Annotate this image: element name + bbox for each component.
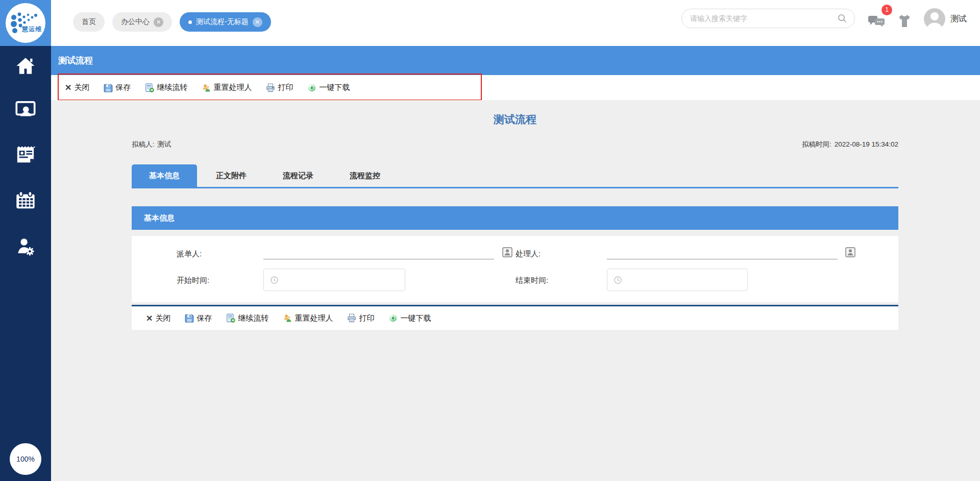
tab-flow-records[interactable]: 流程记录 [265, 164, 331, 187]
tab-basic-info[interactable]: 基本信息 [132, 164, 197, 187]
search-icon[interactable] [837, 13, 847, 23]
print-button[interactable]: 打印 [347, 314, 374, 323]
clock-icon [614, 276, 622, 284]
tab-flow-monitor[interactable]: 流程监控 [332, 164, 398, 187]
tab-attachments[interactable]: 正文附件 [199, 164, 264, 187]
save-button[interactable]: 保存 [104, 83, 131, 92]
download-icon [307, 83, 316, 92]
app-logo[interactable]: 慧运维 [0, 0, 51, 46]
close-icon[interactable]: ✕ [253, 17, 262, 27]
close-x-icon: ✕ [65, 83, 71, 92]
brand-name: 慧运维 [22, 25, 42, 34]
end-time-label: 结束时间: [516, 276, 548, 285]
start-time-field [263, 269, 405, 291]
button-label: 打印 [278, 83, 293, 92]
start-time-input[interactable] [283, 276, 405, 284]
sidebar-item-home[interactable] [14, 55, 37, 77]
button-label: 重置处理人 [213, 83, 252, 92]
breadcrumb-tab-home[interactable]: 首页 [73, 12, 105, 32]
search-input[interactable] [690, 14, 837, 22]
logo-circle: 慧运维 [6, 3, 45, 43]
end-time-input[interactable] [626, 276, 747, 284]
save-icon [185, 314, 194, 323]
breadcrumb-tab-office-center[interactable]: 办公中心 ✕ [112, 12, 172, 32]
draft-time-label: 拟稿时间: [802, 140, 831, 148]
tab-label: 测试流程-无标题 [196, 17, 249, 27]
one-click-download-button[interactable]: 一键下载 [388, 314, 431, 323]
zoom-level-button[interactable]: 100% [10, 443, 41, 475]
reset-handler-button[interactable]: 重置处理人 [283, 314, 333, 323]
save-button[interactable]: 保存 [185, 314, 212, 323]
continue-flow-button[interactable]: 继续流转 [145, 83, 187, 92]
section-header: 基本信息 [132, 206, 898, 230]
handler-label: 处理人: [516, 249, 541, 259]
print-icon [347, 314, 356, 323]
notification-badge: 1 [881, 5, 892, 15]
button-label: 保存 [115, 83, 131, 92]
user-avatar[interactable] [924, 8, 945, 30]
reset-handler-button[interactable]: 重置处理人 [202, 83, 252, 92]
page-title-bar: 测试流程 [51, 46, 980, 75]
close-button[interactable]: ✕ 关闭 [146, 314, 170, 323]
breadcrumb: 首页 办公中心 ✕ 测试流程-无标题 ✕ [73, 12, 271, 32]
print-icon [266, 83, 275, 92]
drafter-label: 拟稿人: [132, 140, 154, 148]
start-time-label: 开始时间: [177, 276, 209, 285]
drafter-info: 拟稿人:测试 [132, 140, 171, 149]
button-label: 关闭 [155, 314, 170, 323]
sidebar-item-workspace[interactable] [14, 99, 37, 122]
drafter-value: 测试 [157, 140, 171, 148]
reset-handler-icon [283, 314, 292, 323]
button-label: 关闭 [74, 83, 89, 92]
person-picker-icon [845, 247, 855, 257]
newspaper-icon [15, 145, 36, 164]
breadcrumb-tab-test-flow[interactable]: 测试流程-无标题 ✕ [180, 12, 271, 32]
close-button[interactable]: ✕ 关闭 [65, 83, 89, 92]
print-button[interactable]: 打印 [266, 83, 293, 92]
end-time-field [607, 269, 748, 291]
top-action-toolbar: ✕ 关闭 保存 继续流转 [51, 75, 980, 100]
person-picker-icon [502, 247, 512, 257]
calendar-icon [15, 190, 36, 210]
active-dot-icon [188, 20, 192, 24]
person-silhouette-icon [924, 8, 945, 30]
monitor-user-icon [15, 101, 36, 120]
close-icon[interactable]: ✕ [154, 17, 163, 27]
continue-flow-icon [145, 83, 154, 92]
save-icon [104, 83, 113, 92]
button-label: 打印 [359, 314, 374, 323]
button-label: 一键下载 [400, 314, 431, 323]
draft-time-value: 2022-08-19 15:34:02 [835, 140, 898, 148]
meta-row: 拟稿人:测试 拟稿时间:2022-08-19 15:34:02 [132, 140, 898, 150]
tab-label: 办公中心 [121, 17, 150, 27]
dispatcher-picker-button[interactable] [502, 247, 512, 257]
detail-tabbar: 基本信息 正文附件 流程记录 流程监控 [132, 164, 898, 188]
user-name[interactable]: 测试 [950, 14, 967, 25]
dispatcher-input[interactable] [263, 242, 494, 259]
user-gear-icon [15, 236, 36, 256]
left-sidebar: 100% [0, 46, 51, 481]
chat-bubbles-icon [868, 14, 885, 29]
one-click-download-button[interactable]: 一键下载 [307, 83, 350, 92]
sidebar-item-calendar[interactable] [14, 189, 37, 211]
home-icon [15, 56, 36, 76]
handler-picker-button[interactable] [845, 247, 855, 257]
shirt-icon [897, 14, 912, 28]
continue-flow-button[interactable]: 继续流转 [226, 314, 268, 323]
bottom-action-toolbar: ✕ 关闭 保存 [132, 306, 898, 330]
button-label: 重置处理人 [295, 314, 333, 323]
theme-button[interactable] [897, 14, 912, 30]
basic-info-form: 派单人: 处理人: 开始时间: [132, 236, 898, 302]
close-x-icon: ✕ [146, 314, 153, 323]
top-bar: 慧运维 首页 办公中心 ✕ 测试流程-无标题 ✕ 1 [0, 0, 980, 46]
dispatcher-label: 派单人: [177, 249, 202, 259]
button-label: 保存 [197, 314, 212, 323]
handler-input[interactable] [607, 242, 838, 259]
sidebar-item-user-admin[interactable] [14, 235, 37, 257]
button-label: 一键下载 [319, 83, 350, 92]
sidebar-item-news[interactable] [14, 143, 37, 165]
continue-flow-icon [226, 314, 235, 323]
messages-button[interactable] [868, 14, 885, 31]
button-label: 继续流转 [238, 314, 268, 323]
clock-icon [270, 276, 279, 284]
